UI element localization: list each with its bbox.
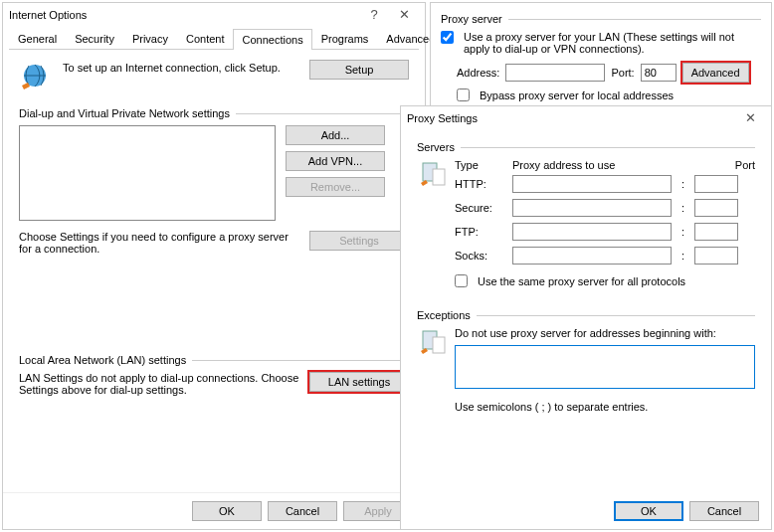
advanced-button[interactable]: Advanced — [682, 63, 749, 83]
exceptions-note: Do not use proxy server for addresses be… — [455, 327, 755, 339]
bypass-label: Bypass proxy server for local addresses — [480, 89, 674, 101]
connection-settings-button: Settings — [309, 231, 409, 251]
proxy-row: HTTP:: — [455, 175, 755, 193]
remove-button: Remove... — [286, 177, 385, 197]
proxy-row-label: Secure: — [455, 202, 506, 214]
lan-settings-button[interactable]: LAN settings — [309, 372, 409, 392]
tab-programs[interactable]: Programs — [312, 28, 378, 49]
svg-rect-4 — [433, 337, 445, 353]
address-input[interactable] — [505, 64, 605, 82]
proxy-port-input[interactable] — [694, 223, 738, 241]
proxy-port-input[interactable] — [694, 247, 738, 265]
window-title: Internet Options — [9, 9, 87, 21]
semicolon-note: Use semicolons ( ; ) to separate entries… — [455, 401, 755, 413]
add-button[interactable]: Add... — [286, 125, 385, 145]
svg-rect-2 — [433, 169, 445, 185]
ok-button[interactable]: OK — [614, 501, 683, 521]
tab-connections[interactable]: Connections — [233, 29, 311, 50]
proxy-row-label: HTTP: — [455, 178, 506, 190]
exceptions-textarea[interactable] — [455, 345, 755, 389]
servers-group-label: Servers — [417, 141, 455, 153]
close-icon[interactable]: ✕ — [735, 110, 765, 125]
address-label: Address: — [457, 67, 499, 79]
same-proxy-checkbox[interactable] — [455, 274, 468, 287]
proxy-row: FTP:: — [455, 223, 755, 241]
lan-note: LAN Settings do not apply to dial-up con… — [19, 372, 303, 396]
tab-security[interactable]: Security — [66, 28, 123, 49]
tab-general[interactable]: General — [9, 28, 66, 49]
exceptions-group-label: Exceptions — [417, 309, 471, 321]
addr-header: Proxy address to use — [512, 159, 672, 171]
dialup-group-label: Dial-up and Virtual Private Network sett… — [19, 107, 230, 119]
proxy-addr-input[interactable] — [512, 175, 672, 193]
cancel-button[interactable]: Cancel — [689, 501, 759, 521]
use-proxy-checkbox[interactable] — [441, 31, 454, 44]
type-header: Type — [455, 159, 506, 171]
bypass-checkbox[interactable] — [457, 89, 470, 101]
proxy-server-group-label: Proxy server — [441, 13, 502, 25]
proxy-row-label: FTP: — [455, 226, 506, 238]
port-label: Port: — [611, 67, 634, 79]
port-input[interactable] — [641, 64, 677, 82]
proxy-row: Socks:: — [455, 247, 755, 265]
proxy-port-input[interactable] — [694, 199, 738, 217]
titlebar: Proxy Settings ✕ — [401, 106, 771, 129]
port-header: Port — [677, 159, 755, 171]
server-icon — [417, 159, 449, 191]
tab-privacy[interactable]: Privacy — [123, 28, 177, 49]
internet-options-window: Internet Options ? ✕ General Security Pr… — [2, 2, 426, 530]
tab-content[interactable]: Content — [177, 28, 234, 49]
setup-text: To set up an Internet connection, click … — [57, 60, 303, 76]
close-icon[interactable]: ✕ — [389, 7, 419, 22]
proxy-addr-input[interactable] — [512, 223, 672, 241]
server-icon — [417, 327, 449, 359]
proxy-row: Secure:: — [455, 199, 755, 217]
proxy-addr-input[interactable] — [512, 199, 672, 217]
proxy-row-label: Socks: — [455, 250, 506, 262]
tabstrip: General Security Privacy Content Connect… — [9, 28, 419, 50]
proxy-server-panel: Proxy server Use a proxy server for your… — [430, 2, 772, 111]
setup-button[interactable]: Setup — [309, 60, 409, 80]
lan-group-label: Local Area Network (LAN) settings — [19, 354, 186, 366]
use-proxy-label: Use a proxy server for your LAN (These s… — [464, 31, 761, 55]
titlebar: Internet Options ? ✕ — [3, 3, 425, 26]
proxy-addr-input[interactable] — [512, 247, 672, 265]
window-title: Proxy Settings — [407, 112, 478, 124]
proxy-settings-window: Proxy Settings ✕ Servers Type Proxy addr… — [400, 105, 772, 530]
globe-icon — [19, 60, 51, 91]
help-icon[interactable]: ? — [359, 7, 389, 22]
choose-settings-text: Choose Settings if you need to configure… — [19, 231, 303, 255]
add-vpn-button[interactable]: Add VPN... — [286, 151, 385, 171]
proxy-port-input[interactable] — [694, 175, 738, 193]
ok-button[interactable]: OK — [192, 501, 262, 521]
same-proxy-label: Use the same proxy server for all protoc… — [478, 275, 685, 287]
dialup-listbox[interactable] — [19, 125, 276, 221]
cancel-button[interactable]: Cancel — [268, 501, 337, 521]
